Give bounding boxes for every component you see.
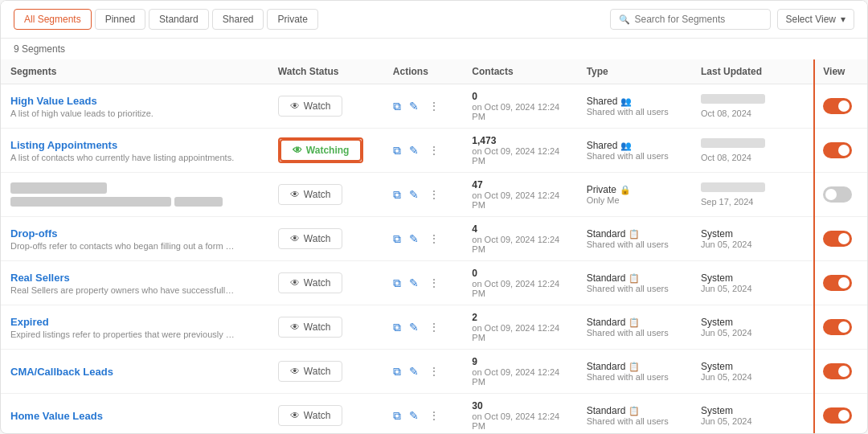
contacts-date: on Oct 09, 2024 12:24 PM — [472, 279, 567, 298]
contacts-date: on Oct 09, 2024 12:24 PM — [472, 235, 567, 254]
contacts-date: on Oct 09, 2024 12:24 PM — [472, 146, 567, 166]
tab-private[interactable]: Private — [267, 9, 317, 30]
col-header-last-updated: Last Updated — [691, 59, 814, 84]
edit-icon[interactable]: ✎ — [407, 231, 420, 247]
more-options-icon[interactable]: ⋮ — [427, 98, 441, 114]
segment-name-link[interactable]: Real Sellers — [10, 272, 259, 284]
watch-button[interactable]: 👁 Watch — [278, 184, 343, 205]
view-toggle[interactable] — [823, 98, 852, 114]
blurred-segment-desc2 — [174, 197, 223, 207]
last-updated-sub: Jun 05, 2024 — [701, 372, 804, 382]
toggle-slider — [823, 186, 852, 203]
contacts-cell: 47 on Oct 09, 2024 12:24 PM — [462, 173, 576, 217]
tab-group: All Segments Pinned Standard Shared Priv… — [14, 9, 318, 30]
copy-icon[interactable]: ⧉ — [393, 321, 401, 334]
watch-status-cell: 👁 Watch — [268, 350, 383, 394]
view-toggle[interactable] — [823, 363, 852, 379]
table-header-row: Segments Watch Status Actions Contacts T… — [1, 59, 867, 84]
copy-icon[interactable]: ⧉ — [393, 144, 401, 158]
edit-icon[interactable]: ✎ — [407, 407, 420, 424]
contacts-cell: 4 on Oct 09, 2024 12:24 PM — [462, 217, 576, 261]
type-icon: 👥 — [620, 96, 632, 107]
type-cell: Shared 👥 Shared with all users — [577, 129, 691, 173]
tab-shared[interactable]: Shared — [212, 9, 264, 30]
segment-name-link[interactable]: Home Value Leads — [10, 410, 259, 422]
type-name: Standard — [587, 228, 626, 240]
view-toggle[interactable] — [823, 319, 852, 335]
contacts-date: on Oct 09, 2024 12:24 PM — [472, 190, 567, 210]
segment-description: A list of contacts who currently have li… — [10, 153, 235, 162]
more-options-icon[interactable]: ⋮ — [427, 186, 441, 203]
segment-name-link[interactable]: Expired — [10, 316, 259, 328]
segment-name-link[interactable]: Drop-offs — [10, 227, 259, 240]
copy-icon[interactable]: ⧉ — [393, 100, 401, 113]
view-toggle[interactable] — [823, 231, 852, 247]
contacts-date: on Oct 09, 2024 12:24 PM — [472, 411, 567, 431]
segment-name-link[interactable]: Listing Appointments — [10, 139, 259, 151]
toggle-slider — [823, 407, 852, 424]
tab-all-segments[interactable]: All Segments — [14, 9, 92, 30]
copy-icon[interactable]: ⧉ — [393, 409, 401, 423]
edit-icon[interactable]: ✎ — [407, 363, 420, 379]
last-updated-sub: Jun 05, 2024 — [701, 416, 804, 426]
contacts-cell: 9 on Oct 09, 2024 12:24 PM — [462, 350, 576, 394]
type-name: Standard — [587, 361, 626, 372]
more-options-icon[interactable]: ⋮ — [427, 363, 441, 379]
type-name: Standard — [587, 317, 626, 328]
type-icon: 📋 — [628, 273, 640, 284]
actions-cell: ⧉ ✎ ⋮ — [383, 173, 463, 217]
view-cell — [814, 261, 867, 305]
type-cell: Standard 📋 Shared with all users — [577, 394, 691, 434]
view-toggle[interactable] — [823, 186, 852, 203]
contacts-date: on Oct 09, 2024 12:24 PM — [472, 323, 567, 342]
select-view-dropdown[interactable]: Select View ▾ — [777, 9, 854, 30]
segments-table: Segments Watch Status Actions Contacts T… — [1, 59, 867, 433]
view-cell — [814, 84, 867, 129]
more-options-icon[interactable]: ⋮ — [427, 407, 441, 424]
watch-button[interactable]: 👁 Watch — [278, 96, 343, 117]
table-wrapper[interactable]: Segments Watch Status Actions Contacts T… — [1, 59, 867, 433]
more-options-icon[interactable]: ⋮ — [427, 275, 441, 291]
copy-icon[interactable]: ⧉ — [393, 365, 401, 379]
view-toggle[interactable] — [823, 142, 852, 158]
view-toggle[interactable] — [823, 407, 852, 424]
more-options-icon[interactable]: ⋮ — [427, 231, 441, 247]
watch-status-cell: 👁 Watch — [268, 217, 383, 261]
tab-standard[interactable]: Standard — [149, 9, 209, 30]
view-toggle[interactable] — [823, 275, 852, 291]
tab-pinned[interactable]: Pinned — [95, 9, 145, 30]
segment-name-link[interactable]: CMA/Callback Leads — [10, 366, 259, 378]
watching-button[interactable]: 👁 Watching — [280, 139, 362, 162]
watch-button[interactable]: 👁 Watch — [278, 361, 343, 382]
edit-icon[interactable]: ✎ — [407, 98, 420, 114]
more-options-icon[interactable]: ⋮ — [427, 142, 441, 158]
contacts-count: 47 — [472, 179, 567, 190]
eye-icon: 👁 — [290, 410, 300, 421]
view-cell — [814, 129, 867, 173]
contacts-cell: 0 on Oct 09, 2024 12:24 PM — [462, 84, 576, 129]
edit-icon[interactable]: ✎ — [407, 319, 420, 335]
table-row: High Value Leads A list of high value le… — [1, 84, 867, 129]
last-updated-sub: Jun 05, 2024 — [701, 328, 804, 338]
more-options-icon[interactable]: ⋮ — [427, 319, 441, 335]
copy-icon[interactable]: ⧉ — [393, 188, 401, 202]
copy-icon[interactable]: ⧉ — [393, 276, 401, 290]
search-input[interactable] — [635, 14, 762, 25]
watch-button[interactable]: 👁 Watch — [278, 317, 343, 338]
watch-label: Watch — [304, 100, 331, 112]
last-updated-cell: System Jun 05, 2024 — [691, 350, 814, 394]
segment-cell: High Value Leads A list of high value le… — [1, 84, 268, 129]
copy-icon[interactable]: ⧉ — [393, 232, 401, 246]
watch-button[interactable]: 👁 Watch — [278, 228, 343, 249]
edit-icon[interactable]: ✎ — [407, 142, 420, 158]
watch-button[interactable]: 👁 Watch — [278, 405, 343, 426]
segment-name-link[interactable]: High Value Leads — [10, 95, 259, 107]
segment-cell: Home Value Leads — [1, 394, 268, 434]
type-name: Private — [587, 184, 616, 195]
table-row: 👁 Watch ⧉ ✎ ⋮ 47 on Oct 09, 2024 12:24 P… — [1, 173, 867, 217]
watch-button[interactable]: 👁 Watch — [278, 272, 343, 293]
col-header-view: View — [814, 59, 867, 84]
edit-icon[interactable]: ✎ — [407, 186, 420, 203]
search-box[interactable]: 🔍 — [610, 9, 771, 30]
edit-icon[interactable]: ✎ — [407, 275, 420, 291]
